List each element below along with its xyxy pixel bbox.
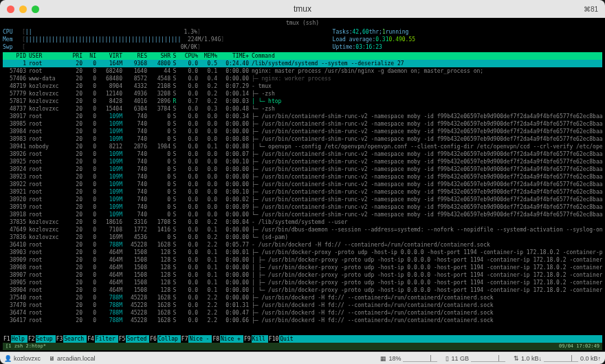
process-row[interactable]: 38985root200109M7400S0.00.00:00.00├─ /us…: [3, 120, 602, 128]
process-row[interactable]: 38918root200109M7400S0.00.00:00.00└─ /us…: [3, 211, 602, 218]
process-row[interactable]: 38984root200109M7400S0.00.00:00.00├─ /us…: [3, 128, 602, 135]
process-row[interactable]: 37470root200788M452281628S0.02.20:01.31├…: [3, 302, 602, 309]
col-mem[interactable]: MEM%: [198, 52, 217, 60]
cpu-value: 1.3%: [157, 28, 197, 36]
process-row[interactable]: 36474root200788M452281628S0.02.20:00.47├…: [3, 309, 602, 317]
net-spark-icon: [544, 355, 578, 362]
process-header[interactable]: PID USER PRI NI VIRT RES SHR S CPU% MEM%…: [3, 52, 602, 60]
macos-titlebar[interactable]: tmux ⌘81: [0, 0, 605, 18]
tmux-pane-title: tmux (ssh): [3, 19, 602, 27]
resize-hint: ⌘81: [584, 5, 598, 13]
fn-nice -[interactable]: F7Nice -: [181, 335, 212, 343]
cpu-bar: [||: [22, 28, 157, 36]
process-row[interactable]: 38904root200464M1508128S0.00.10:00.00│ └…: [3, 286, 602, 294]
col-pri[interactable]: PRI: [67, 52, 82, 60]
process-row[interactable]: 48737kozlovzxc2001540463043784S0.00.30:0…: [3, 105, 602, 113]
mem-spark-icon: [471, 355, 505, 362]
col-s[interactable]: S: [170, 52, 179, 60]
process-row[interactable]: 38920root200109M7400S0.00.00:00.02├─ /us…: [3, 196, 602, 203]
col-cpu[interactable]: CPU%: [179, 52, 198, 60]
process-row[interactable]: 38917root200109M7400S0.00.00:00.34├─ /us…: [3, 113, 602, 120]
fn-search[interactable]: F3Search: [56, 335, 87, 343]
cpu-label: CPU: [3, 28, 22, 36]
fn-kill[interactable]: F9Kill: [243, 335, 268, 343]
window-title: tmux: [0, 4, 605, 14]
process-row[interactable]: 38941nobody200821228761984S0.00.10:00.88…: [3, 143, 602, 150]
tmux-status-right: 09/04 17:02:49: [559, 343, 600, 350]
process-row[interactable]: 38922root200109M7400S0.00.00:00.00├─ /us…: [3, 181, 602, 188]
col-ni[interactable]: NI: [82, 52, 96, 60]
fn-sorted[interactable]: F5Sorted: [118, 335, 150, 343]
cpu-spark-icon: [403, 355, 437, 362]
swp-value: 0K/0K: [157, 43, 197, 51]
fn-filter[interactable]: F4Filter: [87, 335, 118, 343]
terminal-window: tmux ⌘81 tmux (ssh) CPU[||1.3%] Mem[||||…: [0, 0, 605, 364]
process-row[interactable]: 36410root200788M452281628S0.02.20:05.77-…: [3, 241, 602, 249]
process-row[interactable]: 36417root200788M452281628S0.02.20:00.66├…: [3, 317, 602, 324]
col-pid[interactable]: PID: [3, 52, 29, 60]
col-shr[interactable]: SHR: [147, 52, 170, 60]
fn-nice +[interactable]: F8Nice +: [212, 335, 243, 343]
tmux-status-bar[interactable]: [1 zsh 2:htop* 09/04 17:02:49: [3, 343, 602, 350]
fn-collap[interactable]: F6Collap: [149, 335, 181, 343]
process-row[interactable]: 38908root200464M1508128S0.00.10:00.00│ ├…: [3, 264, 602, 271]
status-cpu: ▦ 18%: [380, 355, 437, 362]
process-row[interactable]: 57403root20068240164044S0.00.10:00.00ngi…: [3, 67, 602, 75]
process-row[interactable]: 38907root200464M1508128S0.00.10:00.00│ ├…: [3, 271, 602, 279]
col-res[interactable]: RES: [122, 52, 147, 60]
swp-bar: [: [22, 43, 157, 51]
mem-bar: [|||||||||||||||||||||||||||||||||||||||…: [22, 36, 181, 43]
process-row[interactable]: 48719kozlovzxc200890443322108S0.00.20:07…: [3, 82, 602, 90]
fn-help[interactable]: F1Help: [3, 335, 28, 343]
col-cmd[interactable]: Command: [252, 52, 602, 60]
process-row[interactable]: 47649kozlovzxc200710817721416S0.00.10:00…: [3, 226, 602, 234]
process-row[interactable]: 38924root200109M7400S0.00.00:00.00├─ /us…: [3, 166, 602, 173]
process-row[interactable]: 38923root200109M7400S0.00.00:00.00├─ /us…: [3, 173, 602, 181]
fn-setup[interactable]: F2Setup: [28, 335, 56, 343]
tmux-status-left[interactable]: [1 zsh 2:htop*: [6, 343, 46, 350]
process-row[interactable]: 38921root200109M7400S0.00.00:00.10├─ /us…: [3, 188, 602, 196]
process-row[interactable]: 38919root200109M7400S0.00.00:00.09├─ /us…: [3, 203, 602, 211]
load-row: Load average: 0.31 0.49 0.55: [333, 36, 602, 43]
process-row[interactable]: 38926root200109M7400S0.00.00:00.07├─ /us…: [3, 150, 602, 158]
htop-function-keys: F1HelpF2SetupF3SearchF4FilterF5SortedF6C…: [3, 335, 602, 343]
process-row[interactable]: 38903root200464M1508128S0.00.10:00.01├─ …: [3, 249, 602, 256]
col-time[interactable]: TIME+: [217, 52, 252, 60]
process-row[interactable]: 38905root200464M1508128S0.00.10:00.00│ ├…: [3, 279, 602, 286]
status-mem: ▯ 11 GB: [446, 355, 505, 362]
mem-value: 224M/1.94G: [181, 36, 221, 43]
process-row[interactable]: 37836kozlovzxc200169M45360S0.00.20:00.00…: [3, 234, 602, 241]
tasks-row: Tasks: 42, 60 thr; 1 running: [333, 28, 602, 36]
status-net: ⇅ 1.0 kB↓ 0.0 kB↑: [514, 355, 601, 362]
process-row[interactable]: 38925root200109M7400S0.00.00:00.10├─ /us…: [3, 158, 602, 166]
process-row[interactable]: 57779kozlovzxc2001214049363208S0.00.20:0…: [3, 90, 602, 98]
process-row[interactable]: 37835kozlovzxc2001861633161708S0.00.20:0…: [3, 218, 602, 226]
mem-label: Mem: [3, 36, 22, 43]
process-row[interactable]: 57817kozlovzxc200842840162896R0.70.20:00…: [3, 98, 602, 105]
htop-stats: CPU[||1.3%] Mem[||||||||||||||||||||||||…: [3, 28, 602, 51]
col-user[interactable]: USER: [29, 52, 67, 60]
selected-process-row[interactable]: 1 root 20 0 164M 9368 4800 S 0.0 0.5 0:2…: [3, 60, 602, 67]
system-status-bar: 👤 kozlovzxc 🖥 arcadian.local ▦ 18% ▯ 11 …: [0, 352, 605, 364]
process-row[interactable]: 57406www-data2006848085724548S0.00.40:00…: [3, 75, 602, 82]
process-list[interactable]: 57403root20068240164044S0.00.10:00.00ngi…: [3, 67, 602, 335]
terminal-content[interactable]: tmux (ssh) CPU[||1.3%] Mem[|||||||||||||…: [0, 18, 605, 352]
swp-label: Swp: [3, 43, 22, 51]
status-host: 🖥 arcadian.local: [49, 355, 96, 362]
uptime-row: Uptime: 03:16:23: [333, 43, 602, 51]
process-row[interactable]: 38909root200464M1508128S0.00.10:00.00│ ├…: [3, 256, 602, 264]
process-row[interactable]: 38983root200109M7400S0.00.00:00.08├─ /us…: [3, 135, 602, 143]
fn-quit[interactable]: F10Quit: [268, 335, 296, 343]
col-virt[interactable]: VIRT: [96, 52, 122, 60]
process-row[interactable]: 37540root200788M452281628S0.02.20:00.00├…: [3, 294, 602, 302]
status-user: 👤 kozlovzxc: [4, 355, 41, 362]
